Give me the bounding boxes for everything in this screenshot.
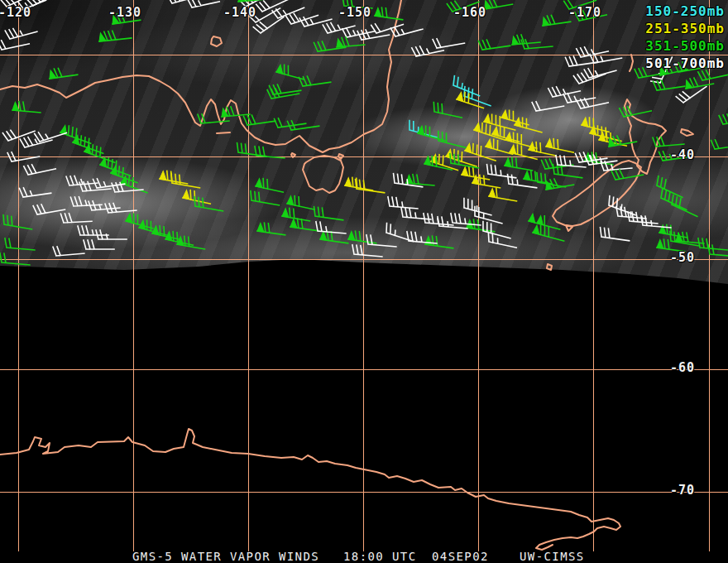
wind-barb — [654, 176, 686, 198]
wind-barb — [12, 101, 41, 113]
wind-barb — [711, 136, 728, 149]
satellite-wind-map: -120-130-140-150-160-170-40-50-60-70 150… — [0, 0, 728, 563]
barb-staff — [450, 214, 481, 225]
barb-staff — [462, 199, 494, 215]
legend-item-501-700mb: 501-700mb — [645, 55, 725, 72]
wind-barb — [269, 81, 300, 94]
wind-barb — [366, 235, 397, 247]
barb-staff — [669, 195, 701, 217]
wind-barb — [276, 63, 306, 79]
wind-barb — [2, 123, 35, 142]
barb-staff — [654, 176, 686, 198]
wind-barb — [451, 76, 482, 96]
wind-barb — [98, 29, 132, 41]
wind-barb — [462, 199, 494, 215]
barb-staff — [707, 245, 728, 257]
legend-item-150-250mb: 150-250mb — [645, 2, 725, 20]
barb-staff — [254, 147, 285, 158]
wind-barb — [541, 12, 570, 26]
wind-barb — [406, 174, 435, 185]
barb-staff — [19, 184, 50, 197]
barb-staff — [606, 196, 639, 215]
barb-staff — [70, 195, 102, 206]
wind-barb — [425, 235, 454, 248]
wind-barb — [546, 137, 576, 152]
wind-barb — [78, 226, 108, 235]
wind-barb — [505, 131, 539, 148]
wind-barb — [188, 0, 219, 8]
wind-barb — [33, 200, 65, 214]
barb-staff — [4, 238, 36, 250]
wind-barb — [315, 222, 347, 233]
wind-barb — [515, 116, 544, 132]
barb-staff — [387, 197, 419, 209]
wind-barb — [532, 97, 563, 111]
wind-barb — [599, 228, 630, 241]
barb-staff — [7, 147, 39, 161]
barb-staff — [236, 143, 267, 156]
barb-staff — [653, 135, 684, 147]
wind-barb-overlay — [0, 0, 728, 563]
barb-staff — [78, 226, 108, 235]
wind-barb — [170, 174, 201, 188]
barb-staff — [112, 180, 143, 192]
wind-barb — [606, 196, 639, 215]
longitude-label: -170 — [568, 5, 601, 20]
wind-barb — [653, 135, 684, 147]
wind-barb — [105, 201, 136, 213]
wind-barb — [342, 22, 374, 37]
wind-barb — [659, 189, 690, 210]
barb-staff — [575, 149, 606, 162]
wind-barb — [53, 244, 84, 256]
barb-staff — [433, 34, 464, 48]
barb-staff — [105, 201, 136, 213]
wind-barb — [177, 235, 206, 249]
wind-barb — [287, 195, 317, 209]
wind-barb — [183, 189, 213, 204]
latitude-label: -70 — [670, 483, 695, 498]
barb-staff — [354, 180, 386, 193]
barb-staff — [653, 77, 684, 90]
barb-staff — [2, 215, 33, 229]
caption-text: UW-CIMSS — [520, 550, 585, 563]
caption-text: GMS-5 WATER VAPOR WINDS — [132, 550, 319, 563]
wind-barb — [707, 245, 728, 257]
wind-barb — [19, 184, 50, 197]
wind-barb — [450, 214, 481, 225]
wind-barb — [4, 238, 36, 250]
wind-barb — [431, 153, 461, 171]
barb-staff — [432, 103, 463, 118]
wind-barb — [0, 253, 31, 265]
wind-barb — [5, 23, 37, 40]
barb-staff — [188, 0, 219, 8]
pressure-level-legend: 150-250mb251-350mb351-500mb501-700mb — [645, 2, 725, 72]
wind-barb — [478, 36, 510, 50]
barb-staff — [342, 22, 374, 37]
barb-staff — [478, 36, 510, 50]
barb-staff — [451, 76, 482, 96]
barb-staff — [659, 189, 690, 210]
wind-barb — [60, 212, 92, 223]
barb-staff — [53, 244, 84, 256]
wind-barb — [7, 147, 39, 161]
wind-barb — [24, 160, 55, 175]
wind-barb — [433, 34, 464, 48]
barb-staff — [599, 228, 630, 241]
wind-barb — [472, 174, 501, 188]
barb-staff — [299, 73, 330, 86]
wind-barb — [236, 143, 267, 156]
barb-staff — [170, 174, 201, 188]
wind-barb — [505, 156, 534, 171]
wind-barb — [676, 232, 705, 243]
barb-staff — [84, 240, 114, 249]
legend-item-251-350mb: 251-350mb — [645, 20, 725, 37]
wind-barb — [354, 180, 386, 193]
wind-barb — [249, 191, 280, 205]
wind-barb — [577, 94, 608, 108]
barb-staff — [315, 222, 347, 233]
barb-staff — [486, 233, 518, 248]
wind-barb — [390, 21, 423, 37]
wind-barb — [577, 42, 608, 57]
wind-barb — [432, 103, 463, 118]
wind-barb — [160, 170, 189, 184]
